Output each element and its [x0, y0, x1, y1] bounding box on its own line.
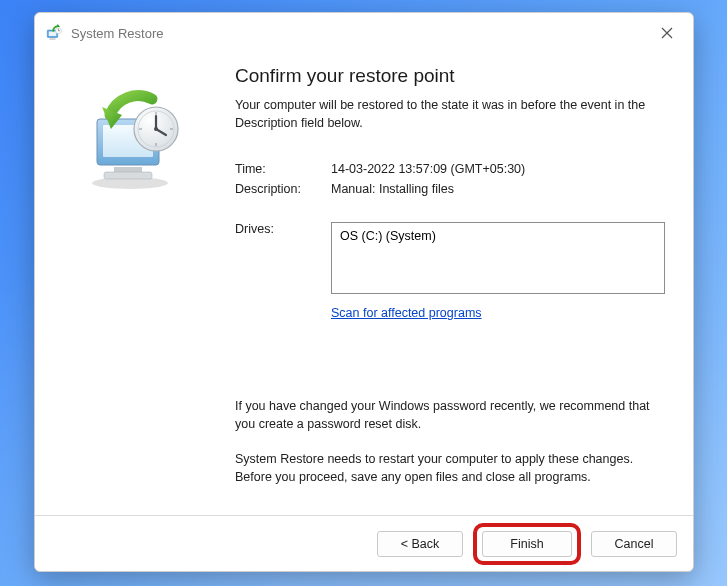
titlebar: System Restore [35, 13, 693, 53]
scan-affected-programs-link[interactable]: Scan for affected programs [331, 306, 482, 320]
left-pane [35, 53, 235, 515]
restore-graphic-icon [80, 85, 190, 195]
svg-rect-1 [49, 32, 57, 37]
dialog-body: Confirm your restore point Your computer… [35, 53, 693, 515]
window-title: System Restore [71, 26, 651, 41]
svg-rect-12 [114, 167, 142, 172]
cancel-button[interactable]: Cancel [591, 531, 677, 557]
finish-highlight: Finish [473, 523, 581, 565]
description-value: Manual: Installing files [331, 182, 665, 196]
svg-rect-13 [104, 172, 152, 179]
svg-point-23 [154, 127, 158, 131]
close-icon [661, 27, 673, 39]
description-label: Description: [235, 182, 331, 196]
svg-rect-2 [50, 38, 56, 40]
drives-row: Drives: OS (C:) (System) [235, 222, 665, 294]
page-heading: Confirm your restore point [235, 65, 665, 87]
system-restore-icon [45, 24, 63, 42]
password-notice: If you have changed your Windows passwor… [235, 398, 665, 433]
time-row: Time: 14-03-2022 13:57:09 (GMT+05:30) [235, 162, 665, 176]
drives-listbox[interactable]: OS (C:) (System) [331, 222, 665, 294]
restart-notice: System Restore needs to restart your com… [235, 451, 665, 486]
time-value: 14-03-2022 13:57:09 (GMT+05:30) [331, 162, 665, 176]
scan-link-row: Scan for affected programs [235, 306, 665, 320]
content-pane: Confirm your restore point Your computer… [235, 53, 693, 515]
drives-label: Drives: [235, 222, 331, 294]
button-bar: < Back Finish Cancel [35, 515, 693, 571]
finish-button[interactable]: Finish [482, 531, 572, 557]
back-button[interactable]: < Back [377, 531, 463, 557]
description-row: Description: Manual: Installing files [235, 182, 665, 196]
close-button[interactable] [651, 17, 683, 49]
system-restore-window: System Restore [34, 12, 694, 572]
time-label: Time: [235, 162, 331, 176]
drives-item[interactable]: OS (C:) (System) [340, 229, 656, 243]
page-subtext: Your computer will be restored to the st… [235, 97, 665, 132]
